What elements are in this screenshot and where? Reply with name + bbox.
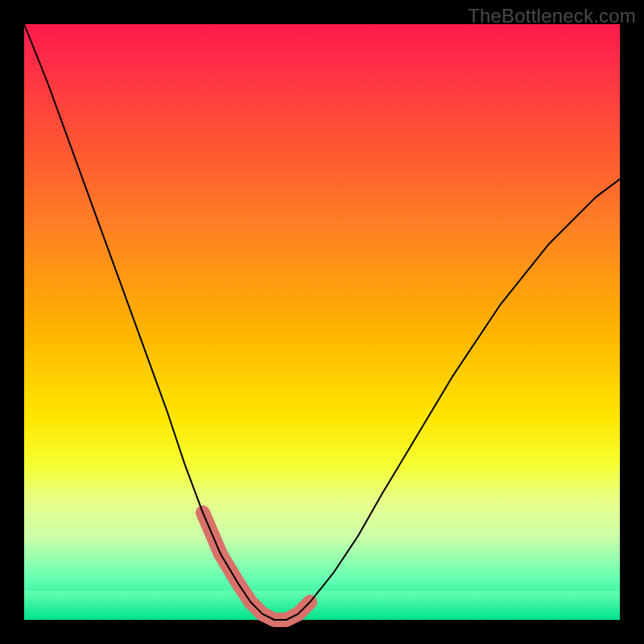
plot-area [24, 24, 620, 620]
curve-svg [24, 24, 620, 620]
curve-accent-segment [203, 513, 310, 620]
chart-frame: TheBottleneck.com [0, 0, 644, 644]
bottleneck-curve [24, 24, 620, 620]
